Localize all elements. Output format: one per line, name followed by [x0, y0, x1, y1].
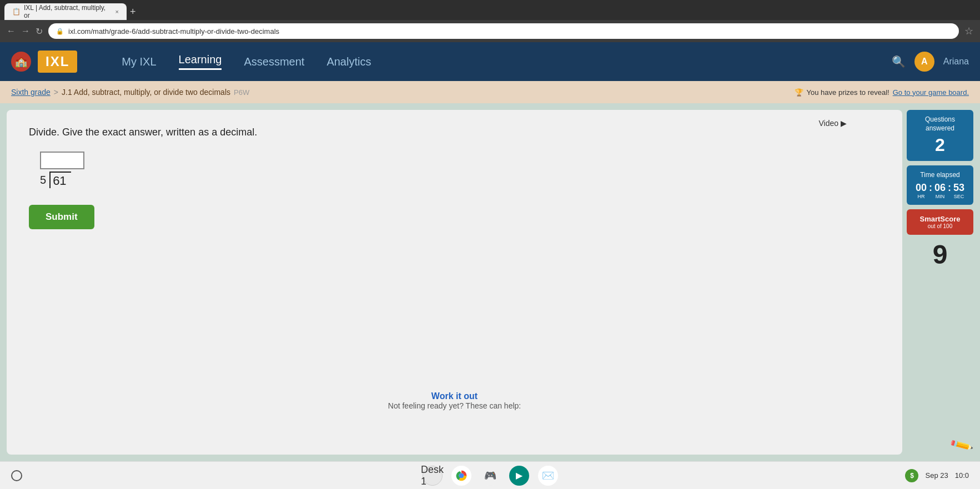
breadcrumb-grade[interactable]: Sixth grade [11, 88, 51, 97]
avatar[interactable]: A [914, 52, 934, 72]
video-play-icon: ▶ [841, 119, 847, 128]
time-min-value: 06 [934, 182, 946, 194]
taskbar-right: $ Sep 23 10:0 [905, 469, 969, 482]
learning-link[interactable]: Learning [179, 53, 222, 70]
chrome-icon[interactable] [451, 466, 471, 486]
time-sec-label: SEC [953, 194, 964, 199]
pencil-icon-area: ✏️ [907, 436, 973, 455]
nav-right: 🔍 A Ariana [892, 52, 969, 72]
video-button[interactable]: Video ▶ [818, 119, 847, 128]
time-elapsed-card: Time elapsed 00 HR : 06 MIN : 53 SEC [907, 165, 973, 205]
division-bracket: 61 [49, 172, 71, 188]
top-nav: 🏫 IXL My IXL Learning Assessment Analyti… [0, 42, 980, 81]
dollar-icon: $ [905, 469, 918, 482]
work-it-out: Work it out Not feeling ready yet? These… [388, 391, 521, 410]
breadcrumb-code: P6W [234, 88, 249, 97]
time-values: 00 HR : 06 MIN : 53 SEC [911, 182, 969, 199]
division-problem: 5 61 [40, 152, 880, 188]
video-label: Video [818, 119, 838, 128]
time-sep-2: : [948, 182, 951, 199]
assessment-link[interactable]: Assessment [244, 56, 304, 68]
time-sec-unit: 53 SEC [953, 182, 964, 199]
my-ixl-link[interactable]: My IXL [122, 56, 156, 68]
trophy-icon: 🏆 [795, 88, 803, 97]
breadcrumb-skill: J.1 Add, subtract, multiply, or divide t… [62, 88, 230, 97]
prizes-link[interactable]: Go to your game board. [893, 88, 969, 97]
smart-score-value: 9 [907, 239, 973, 270]
play-store-icon[interactable]: 🎮 [480, 466, 500, 486]
pencil-icon[interactable]: ✏️ [948, 432, 974, 458]
desk-button[interactable]: Desk 1 [423, 466, 443, 486]
nav-logo-area: 🏫 IXL [11, 51, 77, 73]
divisor-row: 5 61 [40, 172, 71, 188]
tab-close-button[interactable]: × [115, 8, 119, 15]
questions-answered-label: Questions answered [911, 115, 969, 133]
refresh-button[interactable]: ↻ [36, 26, 43, 37]
breadcrumb-bar: Sixth grade > J.1 Add, subtract, multipl… [0, 81, 980, 103]
divisor: 5 [40, 174, 46, 186]
tab-favicon: 📋 [12, 8, 21, 16]
bookmark-button[interactable]: ☆ [964, 25, 973, 37]
address-bar: ← → ↻ 🔒 ixl.com/math/grade-6/add-subtrac… [0, 20, 980, 42]
taskbar-date: Sep 23 [925, 471, 948, 480]
breadcrumb: Sixth grade > J.1 Add, subtract, multipl… [11, 88, 249, 97]
gmail-icon[interactable]: ✉️ [538, 466, 558, 486]
time-hr-unit: 00 HR [916, 182, 927, 199]
user-name: Ariana [943, 57, 969, 67]
new-tab-button[interactable]: + [130, 6, 136, 18]
question-panel: Video ▶ Divide. Give the exact answer, w… [7, 110, 902, 455]
submit-button[interactable]: Submit [29, 205, 94, 229]
analytics-link[interactable]: Analytics [326, 56, 371, 68]
taskbar-icons: Desk 1 🎮 ▶ ✉️ [423, 466, 558, 486]
meet-icon[interactable]: ▶ [509, 466, 529, 486]
time-min-unit: 06 MIN [934, 182, 946, 199]
time-hr-label: HR [916, 194, 927, 199]
time-elapsed-label: Time elapsed [911, 171, 969, 179]
work-it-out-subtitle: Not feeling ready yet? These can help: [388, 401, 521, 410]
right-sidebar: Questions answered 2 Time elapsed 00 HR … [907, 110, 973, 455]
browser-tab[interactable]: 📋 IXL | Add, subtract, multiply, or × [4, 3, 127, 20]
ixl-app: 🏫 IXL My IXL Learning Assessment Analyti… [0, 42, 980, 489]
ixl-logo: IXL [38, 51, 77, 73]
search-icon[interactable]: 🔍 [892, 55, 906, 68]
smart-score-sub: out of 100 [911, 223, 969, 229]
svg-point-2 [459, 473, 463, 477]
prizes-notice: 🏆 You have prizes to reveal! Go to your … [795, 88, 969, 97]
nav-links: My IXL Learning Assessment Analytics [122, 53, 371, 70]
address-text: ixl.com/math/grade-6/add-subtract-multip… [68, 27, 279, 36]
browser-chrome: 📋 IXL | Add, subtract, multiply, or × + … [0, 0, 980, 42]
answer-input[interactable] [40, 152, 84, 169]
tab-bar: 📋 IXL | Add, subtract, multiply, or × + [0, 0, 980, 20]
breadcrumb-sep: > [54, 88, 58, 97]
smart-score-value-container: 9 [907, 239, 973, 270]
prizes-text: You have prizes to reveal! [807, 88, 889, 97]
work-it-out-title: Work it out [388, 391, 521, 401]
time-sec-value: 53 [953, 182, 964, 194]
forward-button[interactable]: → [21, 26, 30, 36]
time-hr-value: 00 [916, 182, 927, 194]
taskbar-time: 10:0 [955, 471, 969, 480]
time-min-label: MIN [934, 194, 946, 199]
questions-answered-card: Questions answered 2 [907, 110, 973, 161]
tab-title: IXL | Add, subtract, multiply, or [24, 4, 112, 19]
back-button[interactable]: ← [7, 26, 16, 36]
smart-score-card: SmartScore out of 100 [907, 209, 973, 235]
dividend: 61 [53, 174, 66, 188]
question-instruction: Divide. Give the exact answer, written a… [29, 127, 880, 138]
main-content: Video ▶ Divide. Give the exact answer, w… [0, 103, 980, 461]
questions-answered-value: 2 [911, 135, 969, 155]
time-sep-1: : [929, 182, 932, 199]
smart-score-label: SmartScore [911, 215, 969, 223]
taskbar-circle [11, 470, 22, 481]
lock-icon: 🔒 [56, 28, 64, 35]
address-field[interactable]: 🔒 ixl.com/math/grade-6/add-subtract-mult… [48, 23, 959, 39]
taskbar: Desk 1 🎮 ▶ ✉️ $ Sep 23 10:0 [0, 461, 980, 489]
school-icon: 🏫 [11, 52, 31, 72]
